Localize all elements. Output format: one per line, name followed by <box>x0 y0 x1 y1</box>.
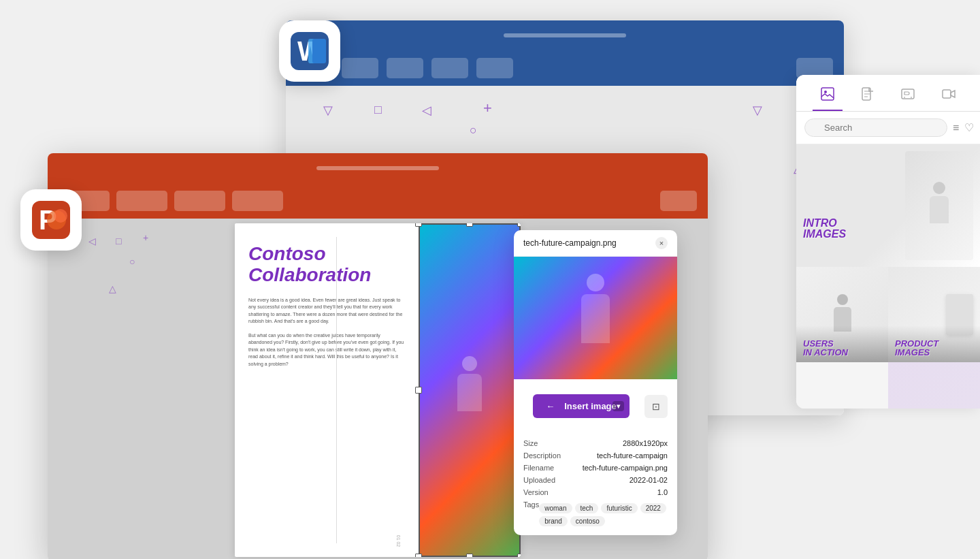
dam-search-wrap: 🔍 <box>804 118 947 137</box>
tag-woman: woman <box>539 503 572 513</box>
handle-mid-left[interactable] <box>415 387 422 394</box>
meta-description-row: Description tech-future-campaign <box>523 449 668 462</box>
dam-category-users[interactable]: USERSIN ACTION <box>796 267 888 362</box>
svg-point-1 <box>824 91 827 93</box>
ppt-titlebar <box>48 153 708 183</box>
dam-category-logotypes[interactable]: LOGOTYPES <box>796 362 888 409</box>
word-titlebar-drag <box>504 33 626 37</box>
product-label-container: PRODUCTIMAGES <box>888 325 980 362</box>
word-ribbon-btn-4[interactable] <box>431 58 468 78</box>
insert-image-button[interactable]: ← Insert image ▾ <box>533 394 630 418</box>
deco-triangle-2: ◁ <box>422 103 431 118</box>
dam-tab-ppt[interactable] <box>893 82 923 111</box>
dam-category-intro[interactable]: INTROIMAGES <box>796 144 980 267</box>
intro-label-container: INTROIMAGES <box>803 218 846 240</box>
panel-preview-body <box>581 294 610 343</box>
dam-tab-video[interactable] <box>934 82 964 111</box>
meta-size-value: 2880x1920px <box>623 439 668 447</box>
dam-tab-docs[interactable] <box>853 82 882 111</box>
svg-rect-10 <box>312 39 326 63</box>
meta-filename-row: Filename tech-future-campaign.png <box>523 462 668 474</box>
ppt-ribbon-btn-2[interactable] <box>116 191 167 211</box>
image-detail-panel: tech-future-campaign.png × ← Insert imag… <box>514 230 677 535</box>
ppt-ribbon-btn-4[interactable] <box>232 191 283 211</box>
word-ribbon <box>286 50 844 86</box>
users-label: USERSIN ACTION <box>803 339 881 357</box>
slide-content-left: Contoso Collaboration Not every idea is … <box>235 223 419 557</box>
person-body <box>457 374 482 411</box>
deco-square-1: □ <box>374 103 382 117</box>
insert-btn-arrow-left: ← <box>546 401 555 411</box>
handle-bot-right[interactable] <box>517 554 521 557</box>
dam-category-product[interactable]: PRODUCTIMAGES <box>888 267 980 362</box>
panel-preview <box>514 257 677 379</box>
deco-plus-1: + <box>483 99 492 117</box>
deco-circle-1: ○ <box>470 123 477 138</box>
ppt-app-icon: P <box>20 189 82 251</box>
meta-ver-value: 1.0 <box>657 488 668 496</box>
meta-up-value: 2022-01-02 <box>630 476 668 484</box>
crop-button[interactable]: ⊡ <box>644 395 668 418</box>
deco-triangle-1: ▽ <box>323 103 333 118</box>
slide-image[interactable] <box>419 223 521 557</box>
tag-contoso: contoso <box>570 516 605 526</box>
intro-head <box>933 182 945 194</box>
tag-tech: tech <box>575 503 599 513</box>
meta-tags-label: Tags <box>523 500 539 509</box>
person-figure <box>449 356 490 424</box>
video-tab-icon <box>942 87 956 101</box>
ppt-icon-svg: P <box>32 201 70 239</box>
panel-close-button[interactable]: × <box>655 237 668 249</box>
favorites-icon[interactable]: ♡ <box>964 121 974 134</box>
meta-tags-row: Tags woman tech futuristic 2022 brand co… <box>523 498 668 528</box>
intro-label: INTROIMAGES <box>803 218 846 240</box>
ppt-ribbon-btn-3[interactable] <box>174 191 225 211</box>
panel-header: tech-future-campaign.png × <box>514 230 677 257</box>
meta-size-row: Size 2880x1920px <box>523 437 668 449</box>
meta-tags-container: woman tech futuristic 2022 brand contoso <box>539 503 668 526</box>
meta-desc-value: tech-future-campaign <box>597 451 668 460</box>
panel-actions-row: ← Insert image ▾ ⊡ <box>514 379 677 433</box>
handle-top-left[interactable] <box>415 223 422 227</box>
meta-fn-label: Filename <box>523 464 554 472</box>
ppt-tab-icon <box>901 87 915 101</box>
handle-bot-mid[interactable] <box>466 554 473 557</box>
word-ribbon-btn-5[interactable] <box>476 58 513 78</box>
panel-filename: tech-future-campaign.png <box>523 238 617 248</box>
intro-person-fig <box>926 182 953 229</box>
slide-body-text-2: But what can you do when the creative ju… <box>248 332 405 368</box>
dam-grid: INTROIMAGES USERSIN ACTION <box>796 144 980 409</box>
image-tab-icon <box>821 87 834 101</box>
intro-body <box>930 196 949 223</box>
doc-tab-icon <box>862 87 874 101</box>
ppt-slide: Contoso Collaboration Not every idea is … <box>235 223 521 557</box>
word-ribbon-btn-3[interactable] <box>387 58 423 78</box>
dam-category-backgrounds[interactable]: BACKGROUNDS <box>888 362 980 409</box>
word-app-icon: W <box>279 20 340 82</box>
insert-btn-dropdown[interactable]: ▾ <box>612 401 624 411</box>
meta-version-row: Version 1.0 <box>523 486 668 498</box>
handle-bot-left[interactable] <box>415 554 422 557</box>
canvas-deco-circle1: ○ <box>129 256 135 267</box>
slide-page-num: 01 02 <box>397 535 402 547</box>
panel-meta: Size 2880x1920px Description tech-future… <box>514 433 677 535</box>
ppt-titlebar-drag <box>316 166 439 170</box>
dam-tabs <box>796 75 980 112</box>
panel-preview-head <box>587 274 604 291</box>
canvas-deco-tri2: △ <box>109 283 116 294</box>
handle-top-right[interactable] <box>517 223 521 227</box>
dam-tab-images[interactable] <box>813 82 843 111</box>
svg-rect-6 <box>943 90 951 98</box>
intro-person-preview <box>905 151 973 260</box>
slide-title: Contoso Collaboration <box>248 244 405 286</box>
ppt-ribbon-end[interactable] <box>660 191 697 211</box>
word-icon-svg: W <box>291 32 329 70</box>
panel-preview-figure <box>572 274 619 362</box>
filter-icon[interactable]: ≡ <box>953 122 959 134</box>
word-ribbon-btn-2[interactable] <box>342 58 378 78</box>
handle-top-mid[interactable] <box>466 223 473 227</box>
canvas-deco-plus1: + <box>143 232 148 243</box>
svg-rect-3 <box>902 89 914 99</box>
search-input[interactable] <box>804 118 947 137</box>
meta-up-label: Uploaded <box>523 476 555 484</box>
